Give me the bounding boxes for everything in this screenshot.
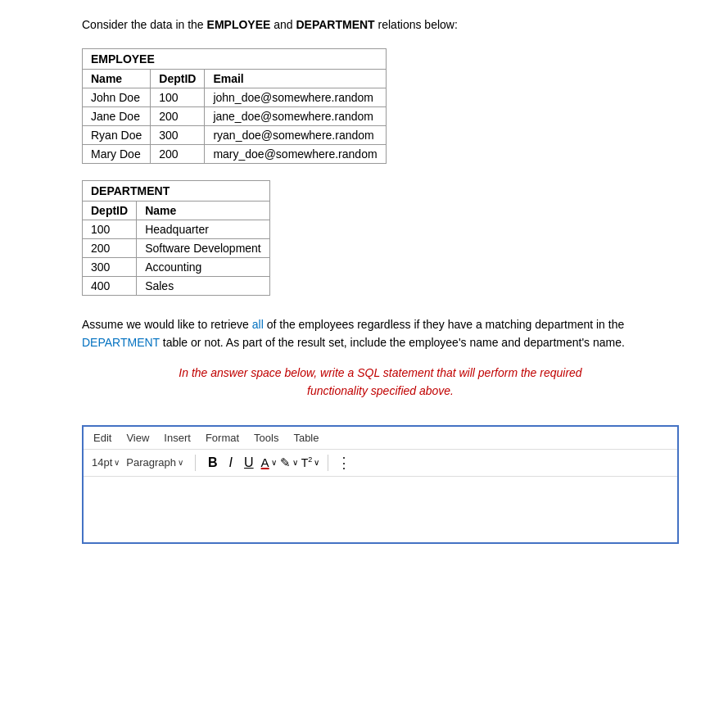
superscript-chevron-icon: ∨ — [314, 458, 319, 467]
menu-tools[interactable]: Tools — [254, 432, 278, 444]
cell: 300 — [83, 258, 137, 277]
table-row: 200 Software Development — [83, 239, 270, 258]
table-row: 400 Sales — [83, 277, 270, 296]
cell: john_doe@somewhere.random — [205, 88, 386, 107]
table-row: 300 Accounting — [83, 258, 270, 277]
table-row: Jane Doe 200 jane_doe@somewhere.random — [83, 107, 387, 126]
employee-table: EMPLOYEE Name DeptID Email John Doe 100 … — [82, 48, 387, 164]
cell: 200 — [151, 107, 205, 126]
menu-edit[interactable]: Edit — [93, 432, 111, 444]
cell: mary_doe@somewhere.random — [205, 145, 386, 164]
intro-text: Consider the data in the EMPLOYEE and DE… — [82, 16, 679, 34]
highlight-pencil-icon: ✎ — [280, 455, 291, 470]
menu-insert[interactable]: Insert — [164, 432, 191, 444]
cell: jane_doe@somewhere.random — [205, 107, 386, 126]
font-color-chevron-icon: ∨ — [271, 458, 277, 467]
more-options-button[interactable]: ⋮ — [337, 454, 351, 472]
employee-table-title: EMPLOYEE — [83, 49, 387, 70]
employee-col-email: Email — [205, 70, 386, 88]
toolbar-divider-2 — [328, 455, 328, 471]
highlight-chevron-icon: ∨ — [292, 458, 298, 467]
italic-button[interactable]: I — [225, 454, 237, 472]
department-table-section: DEPARTMENT DeptID Name 100 Headquarter 2… — [82, 180, 679, 296]
menu-view[interactable]: View — [126, 432, 149, 444]
cell: Mary Doe — [83, 145, 151, 164]
cell: 200 — [83, 239, 137, 258]
instruction-text: In the answer space below, write a SQL s… — [82, 364, 679, 401]
cell: 300 — [151, 126, 205, 145]
cell: Ryan Doe — [83, 126, 151, 145]
table-row: 100 Headquarter — [83, 220, 270, 239]
menu-table[interactable]: Table — [293, 432, 319, 444]
cell: Headquarter — [137, 220, 270, 239]
cell: ryan_doe@somewhere.random — [205, 126, 386, 145]
employee-table-section: EMPLOYEE Name DeptID Email John Doe 100 … — [82, 48, 679, 164]
font-size-dropdown[interactable]: 14pt ∨ — [92, 456, 120, 469]
superscript-dropdown[interactable]: T2 ∨ — [301, 455, 320, 469]
department-table-title: DEPARTMENT — [83, 181, 270, 202]
bold-button[interactable]: B — [204, 454, 222, 472]
paragraph-text: Assume we would like to retrieve all of … — [82, 315, 679, 352]
cell: Software Development — [137, 239, 270, 258]
editor-toolbar: 14pt ∨ Paragraph ∨ B I U A ∨ ✎ ∨ — [84, 450, 677, 477]
cell: 100 — [83, 220, 137, 239]
instruction-line1: In the answer space below, write a SQL s… — [179, 366, 581, 379]
dept-col-name: Name — [137, 202, 270, 220]
font-color-icon: A — [261, 455, 269, 469]
employee-col-deptid: DeptID — [151, 70, 205, 88]
font-size-value: 14pt — [92, 456, 112, 469]
font-color-dropdown[interactable]: A ∨ — [261, 455, 277, 469]
paragraph-style-chevron-icon: ∨ — [178, 458, 183, 467]
underline-button[interactable]: U — [240, 454, 258, 472]
paragraph-style-value: Paragraph — [126, 456, 176, 469]
cell: 200 — [151, 145, 205, 164]
table-row: Mary Doe 200 mary_doe@somewhere.random — [83, 145, 387, 164]
rich-text-editor[interactable]: Edit View Insert Format Tools Table 14pt… — [82, 425, 679, 544]
dept-col-deptid: DeptID — [83, 202, 137, 220]
menu-format[interactable]: Format — [206, 432, 239, 444]
cell: Sales — [137, 277, 270, 296]
superscript-icon: T2 — [301, 455, 313, 469]
cell: 400 — [83, 277, 137, 296]
employee-col-name: Name — [83, 70, 151, 88]
editor-menubar: Edit View Insert Format Tools Table — [84, 427, 677, 450]
instruction-line2: functionality specified above. — [307, 384, 454, 397]
highlight-color-dropdown[interactable]: ✎ ∨ — [280, 455, 298, 470]
cell: John Doe — [83, 88, 151, 107]
cell: Accounting — [137, 258, 270, 277]
cell: 100 — [151, 88, 205, 107]
table-row: John Doe 100 john_doe@somewhere.random — [83, 88, 387, 107]
table-row: Ryan Doe 300 ryan_doe@somewhere.random — [83, 126, 387, 145]
toolbar-divider — [195, 455, 196, 471]
page-container: Consider the data in the EMPLOYEE and DE… — [0, 0, 728, 560]
paragraph-style-dropdown[interactable]: Paragraph ∨ — [126, 456, 183, 469]
department-table: DEPARTMENT DeptID Name 100 Headquarter 2… — [82, 180, 270, 296]
editor-body[interactable] — [84, 477, 677, 542]
cell: Jane Doe — [83, 107, 151, 126]
font-size-chevron-icon: ∨ — [114, 458, 120, 467]
